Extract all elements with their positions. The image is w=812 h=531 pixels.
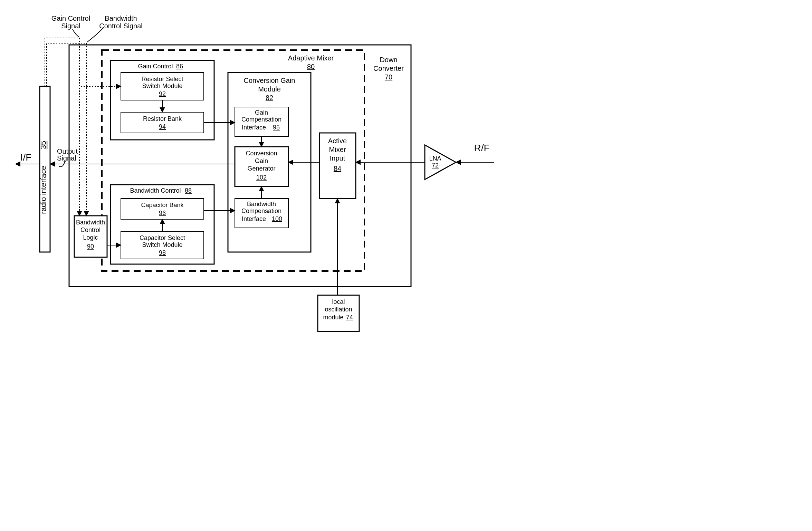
bcs-2: Control Signal — [99, 22, 143, 30]
cgm-label-1: Conversion Gain — [244, 77, 295, 84]
down-converter-label-2: Converter — [373, 65, 404, 72]
down-converter-label-1: Down — [380, 56, 397, 64]
cgm-label-2: Module — [258, 85, 281, 93]
gain-comp-1: Gain — [255, 109, 268, 116]
bcs-1: Bandwidth — [105, 15, 137, 22]
adaptive-mixer-label: Adaptive Mixer — [288, 54, 334, 62]
lna-label: LNA — [429, 155, 441, 162]
local-osc-ref: 74 — [346, 314, 353, 321]
cgm-ref: 82 — [266, 94, 273, 102]
gcs-1: Gain Control — [51, 15, 90, 22]
ami-3: Input — [330, 154, 345, 162]
gain-control-label: Gain Control — [138, 63, 173, 70]
gcs-2: Signal — [61, 22, 80, 30]
resistor-select-label-2: Switch Module — [142, 83, 182, 89]
cgg-2: Gain — [255, 157, 268, 164]
cgg-ref: 102 — [256, 174, 267, 181]
capacitor-select-label-1: Capacitor Select — [140, 234, 185, 241]
block-diagram: Down Converter 70 Adaptive Mixer 80 Gain… — [7, 7, 525, 352]
bcs-pointer — [87, 28, 104, 42]
if-label: I/F — [20, 152, 32, 163]
bw-comp-3: Interface — [242, 215, 266, 222]
local-osc-3: module — [323, 314, 343, 321]
bcl-label-3: Logic — [83, 234, 98, 241]
cgg-3: Generator — [247, 165, 275, 172]
down-converter-ref: 70 — [385, 73, 392, 81]
bw-comp-1: Bandwidth — [247, 201, 276, 207]
gcs-pointer — [73, 29, 79, 37]
output-signal-2: Signal — [57, 154, 76, 162]
resistor-bank-ref: 94 — [159, 123, 166, 130]
bw-comp-ref: 100 — [272, 215, 282, 222]
radio-interface-ref: 35 — [39, 141, 48, 149]
lna-ref: 72 — [432, 162, 439, 169]
output-signal-1: Output — [57, 147, 78, 155]
bcl-ref: 90 — [87, 243, 94, 250]
bw-comp-2: Compensation — [241, 207, 281, 214]
resistor-select-ref: 92 — [159, 90, 166, 97]
local-osc-1: local — [332, 298, 345, 305]
local-osc-2: oscillation — [325, 306, 352, 313]
capacitor-select-ref: 98 — [159, 249, 166, 256]
resistor-select-label-1: Resistor Select — [141, 76, 183, 83]
rf-label: R/F — [474, 143, 489, 153]
lna-triangle — [425, 145, 456, 180]
bandwidth-control-ref: 88 — [185, 187, 192, 194]
ami-1: Active — [328, 137, 347, 145]
gain-comp-3: Interface — [242, 124, 266, 131]
resistor-bank-label: Resistor Bank — [143, 115, 182, 122]
capacitor-select-label-2: Switch Module — [142, 241, 182, 248]
ami-ref: 84 — [334, 165, 341, 172]
radio-interface-label: radio interface — [39, 166, 48, 214]
gain-control-ref: 86 — [176, 63, 183, 70]
bcl-label-1: Bandwidth — [76, 219, 105, 226]
adaptive-mixer-ref: 80 — [307, 63, 315, 70]
ami-2: Mixer — [329, 146, 346, 153]
gain-comp-ref: 95 — [273, 124, 280, 131]
bcl-label-2: Control — [80, 226, 101, 233]
cgg-1: Conversion — [246, 150, 277, 157]
capacitor-bank-ref: 96 — [159, 210, 166, 216]
gain-comp-2: Compensation — [241, 116, 281, 123]
bandwidth-control-label: Bandwidth Control — [130, 187, 181, 194]
capacitor-bank-label: Capacitor Bank — [141, 202, 184, 209]
